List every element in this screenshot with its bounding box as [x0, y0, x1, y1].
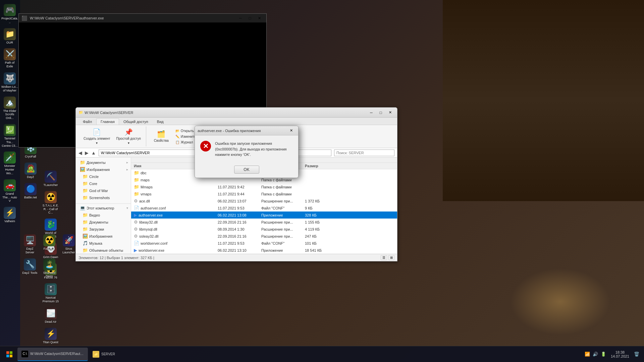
explorer-minimize-button[interactable]: ─ [367, 109, 376, 116]
cmd-minimize-button[interactable]: ─ [236, 15, 245, 21]
file-type-worldexe: Приложение [261, 248, 305, 252]
sidebar-item-dokumenty[interactable]: 📁 Документы ▸ [76, 159, 131, 166]
icon-titan-quest: ⚡ [45, 328, 57, 340]
dialog-close-button[interactable]: ✕ [287, 127, 296, 134]
forward-button[interactable]: ▶ [85, 150, 89, 156]
ribbon-tab-share[interactable]: Общий доступ [119, 118, 153, 125]
icon-tlauncher: ⛏️ [45, 171, 57, 183]
sidebar-item-circle[interactable]: 📁 Circle [76, 173, 131, 180]
ok-button[interactable]: OK [234, 166, 259, 174]
file-row[interactable]: 📁Mmaps 11.07.2021 9:42 Папка с файлами [131, 183, 397, 190]
file-name-libmysql: ⚙libmysql.dll [134, 227, 218, 232]
desktop-icon-path-of-exile[interactable]: ⚔️ Path of Exile [1, 47, 19, 70]
back-button[interactable]: ◀ [78, 150, 82, 156]
ribbon-tab-file[interactable]: Файл [78, 118, 96, 125]
file-row[interactable]: ⚙libmysql.dll 08.09.2014 1:30 Расширение… [131, 226, 397, 233]
desktop-icon-battlenet[interactable]: 🔵 Battle.net [21, 182, 40, 201]
folder-circle-icon: 📁 [83, 174, 88, 179]
icon-label-taminiel: Taminiel Tra... Centre Cli... [1, 137, 18, 147]
explorer-maximize-button[interactable]: □ [376, 109, 385, 116]
icon-valheim: ⚡ [4, 207, 16, 219]
sidebar-item-docs2[interactable]: 📁 Документы [76, 219, 131, 226]
desktop-icon-dead-air[interactable]: 🌫️ Dead Air [42, 306, 60, 325]
explorer-close-button[interactable]: ✕ [386, 109, 394, 116]
file-row[interactable]: ▶worldserver.exe 06.02.2021 13:10 Прилож… [131, 247, 397, 254]
sidebar-item-gow[interactable]: 📁 God of War [76, 187, 131, 194]
ribbon-properties-button[interactable]: 🗂️ Свойства [152, 128, 171, 144]
desktop-icon-fallout4[interactable]: ☢️ Fallout 4 [40, 233, 58, 252]
sidebar-item-video[interactable]: 📁 Видео [76, 212, 131, 219]
file-row-authexe[interactable]: ▶authserver.exe 06.02.2021 13:08 Приложе… [131, 212, 397, 219]
error-dialog: authserver.exe - Ошибка приложения ✕ ✕ О… [195, 126, 299, 178]
desktop-icon-taminiel[interactable]: 💹 Taminiel Tra... Centre Cli... [1, 123, 19, 149]
images-icon: 🖼️ [80, 167, 85, 172]
tray-volume-icon[interactable]: 🔊 [592, 351, 599, 358]
file-name-worldexe: ▶worldserver.exe [134, 248, 218, 253]
desktop-icon-stranded-deep[interactable]: 🏝️ Stranded Deep [40, 257, 58, 280]
file-row[interactable]: ⚙libeay32.dll 22.09.2016 21:16 Расширени… [131, 219, 397, 226]
taskbar-items: C:\ W:\WoW Cataclysm\SERVER\authserver.e… [17, 346, 581, 362]
desktop-icon-project-cata[interactable]: 🎮 ProjectCata... [1, 3, 19, 25]
file-name-acedll: ⚙ace.dll [134, 198, 218, 203]
file-row[interactable]: ⚙ace.dll 06.02.2021 13:07 Расширение при… [131, 197, 397, 204]
sidebar-arrow-dokumenty: ▸ [126, 161, 128, 164]
tray-notifications-icon[interactable]: 🗑️ [633, 351, 640, 358]
sidebar-item-izobrajeniya[interactable]: 🖼️ Изображения ▸ [76, 166, 131, 173]
view-details-button[interactable]: ☰ [381, 255, 387, 260]
sidebar-item-downloads[interactable]: 📁 Загрузки [76, 226, 131, 233]
desktop-icon-wolken[interactable]: 🐺 Wolken Lo... of Mayher [1, 71, 19, 94]
file-date-worldconf: 11.07.2021 9:53 [218, 241, 261, 245]
ribbon-tab-home[interactable]: Главная [96, 118, 119, 125]
sidebar-label-gow: God of War [89, 189, 108, 193]
tray-battery-icon[interactable]: 🔋 [600, 351, 607, 358]
create-icon: 📄 [93, 128, 101, 136]
desktop-icon-sirus[interactable]: 🚀 Sirus Launcher [60, 233, 78, 256]
search-input[interactable] [334, 149, 394, 156]
sidebar-item-core[interactable]: 📁 Core [76, 180, 131, 187]
system-clock[interactable]: 18:38 14.07.2021 [608, 350, 632, 358]
sidebar-item-3d[interactable]: 📁 Объемные объекты [76, 247, 131, 254]
desktop-icon-gta[interactable]: 🚗 Grand The... Auto V [1, 178, 19, 204]
file-row[interactable]: 📄authserver.conf 11.07.2021 9:53 Файл "C… [131, 204, 397, 212]
icon-sirus: 🚀 [63, 234, 75, 246]
sidebar-item-images2[interactable]: 🖼️ Изображения [76, 233, 131, 240]
ribbon-create-button[interactable]: 📄 Создать элемент ▾ [81, 126, 113, 146]
ribbon-tab-view[interactable]: Вид [153, 118, 168, 125]
ribbon-quickaccess-button[interactable]: 📌 Простой доступ ▾ [114, 126, 143, 146]
cmd-close-button[interactable]: ✕ [255, 15, 264, 21]
sidebar-item-computer[interactable]: 💻 Этот компьютер ▾ [76, 204, 131, 212]
desktop-icon-valheim[interactable]: ⚡ Valheim [1, 205, 19, 225]
file-row[interactable]: 📄worldserver.conf 11.07.2021 9:53 Файл "… [131, 240, 397, 247]
explorer-titlebar: 📁 W:\WoW Cataclysm\SERVER ─ □ ✕ [76, 108, 397, 118]
icon-dayz-server: 🖥️ [24, 234, 36, 246]
sidebar-item-music[interactable]: 🎵 Музыка [76, 240, 131, 247]
desktop-icon-dayz-server[interactable]: 🖥️ DayZ Server [21, 233, 39, 256]
file-name-worldconf: 📄worldserver.conf [134, 241, 218, 246]
start-button[interactable] [1, 346, 17, 362]
tray-network-icon[interactable]: 📶 [584, 351, 591, 358]
desktop-icon-dayz-tools[interactable]: 🔧 DayZ Tools [21, 257, 39, 276]
desktop-icon-tlauncher[interactable]: ⛏️ TLauncher [42, 169, 60, 188]
desktop-icon-tes[interactable]: 🏔️ The Elder Scrolls Onli... [1, 95, 19, 121]
up-button[interactable]: ▲ [91, 150, 96, 156]
sidebar-label-images2: Изображения [89, 234, 112, 238]
taskbar-item-explorer[interactable]: 📁 SERVER [89, 348, 129, 361]
cmd-maximize-button[interactable]: □ [246, 15, 254, 21]
sidebar-item-screenshots[interactable]: 📁 Screenshots [76, 194, 131, 201]
icon-taminiel: 💹 [4, 124, 16, 136]
taskbar-cmd-icon: C:\ [21, 351, 28, 357]
file-row[interactable]: 📁vmaps 11.07.2021 9:44 Папка с файлами [131, 190, 397, 197]
view-grid-button[interactable]: ⊞ [388, 255, 394, 260]
file-row[interactable]: ⚙ssleay32.dll 22.09.2016 21:16 Расширени… [131, 233, 397, 240]
desktop-icon-our[interactable]: 📁 OUR [1, 27, 19, 46]
desktop-icon-monster-hunter[interactable]: 🗡️ Monster Hunter Wo... [1, 150, 19, 176]
col-header-size[interactable]: Размер [305, 164, 338, 168]
desktop-icon-navicat[interactable]: 🗄️ Navicat Premium 15 [42, 282, 60, 305]
file-date-acedll: 06.02.2021 13:07 [218, 199, 261, 203]
desktop-icon-stalker[interactable]: ☢️ S.T.A.L.K.E.R. - Call of C... [42, 190, 60, 216]
taskbar-item-cmd[interactable]: C:\ W:\WoW Cataclysm\SERVER\authserver.e… [17, 348, 88, 361]
desktop-icon-dayz[interactable]: 🧟 DayZ [21, 161, 40, 180]
images2-icon: 🖼️ [83, 234, 88, 239]
folder-screenshots-icon: 📁 [83, 195, 88, 200]
explorer-title: W:\WoW Cataclysm\SERVER [85, 111, 367, 115]
